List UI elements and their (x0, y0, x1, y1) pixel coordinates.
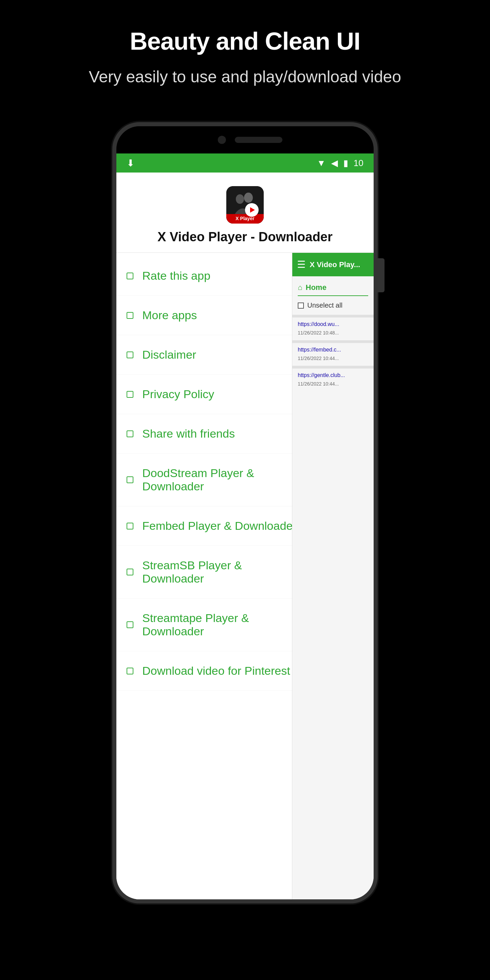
svg-point-2 (244, 192, 253, 203)
url-item-3: https://gentle.club... (298, 372, 368, 379)
date-item-1: 11/26/2022 10:48... (298, 330, 368, 336)
svg-point-1 (236, 194, 244, 204)
wifi-icon: ▼ (317, 158, 326, 169)
right-panel-header: ☰ X Video Play... (292, 253, 374, 276)
privacy-policy-icon (127, 391, 134, 398)
time-display: 10 (353, 158, 363, 169)
play-button-overlay (245, 203, 259, 217)
pinterest-icon (127, 668, 134, 675)
app-header: X Player X Video Player - Downloader (116, 172, 374, 253)
right-panel-title: X Video Play... (310, 260, 360, 269)
phone-shell: ⬇ ▼ ◀ ▮ 10 (112, 122, 378, 904)
more-apps-label: More apps (142, 309, 197, 322)
share-friends-label: Share with friends (142, 427, 235, 440)
phone-camera (218, 136, 226, 144)
header-section: Beauty and Clean UI Very easily to use a… (0, 0, 490, 108)
pinterest-label: Download video for Pinterest (142, 664, 290, 678)
menu-item-fembed[interactable]: Fembed Player & Downloader (116, 506, 307, 546)
doodstream-label: DoodStream Player & Downloader (142, 466, 297, 493)
phone-top-bar (116, 126, 374, 153)
menu-item-share-friends[interactable]: Share with friends (116, 414, 307, 453)
menu-item-privacy-policy[interactable]: Privacy Policy (116, 375, 307, 414)
download-status-icon: ⬇ (127, 158, 134, 169)
url-item-1: https://dood.wu... (298, 321, 368, 328)
streamsb-icon (127, 569, 134, 576)
status-bar-right: ▼ ◀ ▮ 10 (317, 158, 363, 169)
doodstream-icon (127, 476, 134, 483)
play-triangle (250, 207, 255, 213)
app-icon-inner: X Player (226, 186, 264, 224)
menu-item-streamsb[interactable]: StreamSB Player & Downloader (116, 546, 307, 598)
fembed-label: Fembed Player & Downloader (142, 519, 297, 533)
streamsb-label: StreamSB Player & Downloader (142, 559, 297, 585)
menu-item-rate-app[interactable]: Rate this app (116, 256, 307, 296)
rate-app-label: Rate this app (142, 269, 210, 282)
unselect-all-row[interactable]: Unselect all (298, 301, 368, 309)
unselect-all-label: Unselect all (307, 301, 342, 309)
disclaimer-label: Disclaimer (142, 348, 196, 361)
streamtape-label: Streamtape Player & Downloader (142, 611, 297, 638)
streamtape-icon (127, 621, 134, 628)
menu-item-doodstream[interactable]: DoodStream Player & Downloader (116, 453, 307, 506)
share-friends-icon (127, 430, 134, 437)
status-bar: ⬇ ▼ ◀ ▮ 10 (116, 153, 374, 172)
battery-icon: ▮ (343, 158, 348, 169)
app-name-title: X Video Player - Downloader (158, 230, 333, 244)
right-panel-home-link[interactable]: ⌂ Home (298, 283, 368, 296)
phone-mockup: ⬇ ▼ ◀ ▮ 10 (112, 122, 378, 904)
privacy-policy-label: Privacy Policy (142, 388, 215, 401)
right-panel: ☰ X Video Play... ⌂ Home Unselect all ht… (292, 253, 374, 899)
date-item-2: 11/26/2022 10:44... (298, 356, 368, 361)
divider-3 (292, 366, 374, 369)
page-subtitle: Very easily to use and play/download vid… (68, 65, 422, 88)
disclaimer-icon (127, 352, 134, 358)
home-label: Home (305, 283, 326, 292)
app-icon: X Player (226, 186, 264, 224)
divider-1 (292, 315, 374, 318)
phone-side-button (378, 258, 385, 292)
status-bar-left: ⬇ (127, 158, 134, 169)
menu-item-disclaimer[interactable]: Disclaimer (116, 335, 307, 375)
fembed-icon (127, 523, 134, 530)
page-title: Beauty and Clean UI (68, 27, 422, 55)
menu-drawer: Rate this app More apps Disclaimer Priva… (116, 253, 307, 899)
rate-app-icon (127, 272, 134, 279)
signal-icon: ◀ (331, 158, 338, 169)
menu-item-streamtape[interactable]: Streamtape Player & Downloader (116, 598, 307, 651)
date-item-3: 11/26/2022 10:44... (298, 381, 368, 387)
menu-item-more-apps[interactable]: More apps (116, 296, 307, 335)
divider-2 (292, 340, 374, 343)
url-item-2: https://fembed.c... (298, 347, 368, 353)
right-panel-body: ⌂ Home Unselect all https://dood.wu... 1… (292, 276, 374, 398)
home-icon: ⌂ (298, 283, 302, 292)
menu-item-pinterest[interactable]: Download video for Pinterest (116, 651, 307, 691)
more-apps-icon (127, 312, 134, 319)
app-content: Rate this app More apps Disclaimer Priva… (116, 253, 374, 899)
unselect-all-checkbox[interactable] (298, 302, 304, 309)
phone-speaker (235, 137, 282, 143)
hamburger-icon[interactable]: ☰ (297, 259, 305, 270)
